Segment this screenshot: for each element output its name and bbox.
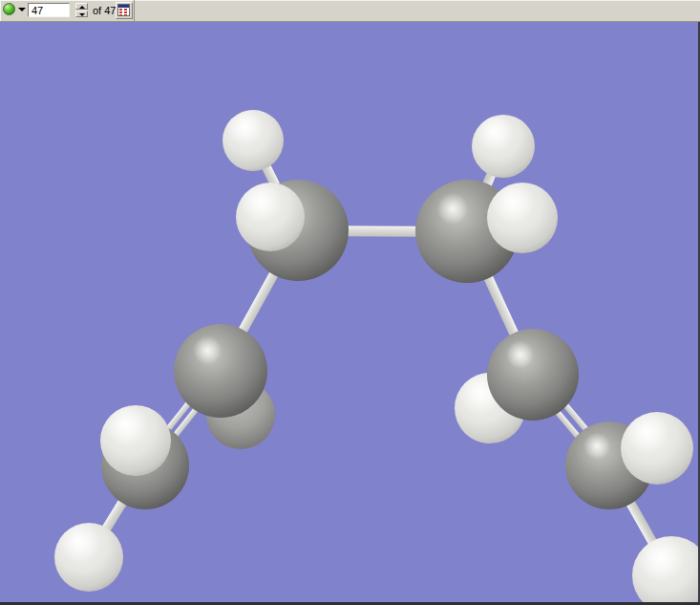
- atom-H-C1-front[interactable]: [100, 405, 171, 476]
- frame-range-label: of 47: [93, 0, 116, 21]
- molecule-viewer-window: of 47: [0, 0, 700, 605]
- spinner-up-icon[interactable]: [75, 3, 88, 10]
- atom-H-C3-front[interactable]: [236, 183, 305, 251]
- frame-list-icon-column: [119, 9, 122, 15]
- atom-C5[interactable]: [487, 329, 579, 421]
- green-sphere-icon[interactable]: [3, 3, 15, 15]
- atom-H-C4-top[interactable]: [472, 115, 535, 178]
- toolbar: of 47: [0, 0, 700, 22]
- frame-list-icon-titlebar: [118, 5, 129, 8]
- viewport[interactable]: [0, 22, 700, 605]
- frame-spinner: [75, 3, 88, 17]
- atom-H-C6-bottom[interactable]: [632, 536, 700, 605]
- frame-list-button[interactable]: [116, 2, 133, 19]
- frame-navigation-panel: of 47: [0, 0, 135, 21]
- frame-number-input[interactable]: [28, 3, 70, 17]
- frame-list-icon-column: [124, 9, 127, 15]
- atom-C2[interactable]: [174, 324, 267, 418]
- spinner-down-icon[interactable]: [75, 11, 88, 17]
- atom-H-C6-right[interactable]: [621, 412, 693, 485]
- frame-list-icon: [117, 4, 130, 16]
- atom-H-C3-top[interactable]: [223, 110, 284, 171]
- molecule-canvas: [0, 22, 700, 605]
- atom-H-C1-bottom[interactable]: [54, 523, 123, 592]
- chevron-down-icon[interactable]: [18, 8, 26, 11]
- atom-H-C4-front[interactable]: [487, 183, 558, 253]
